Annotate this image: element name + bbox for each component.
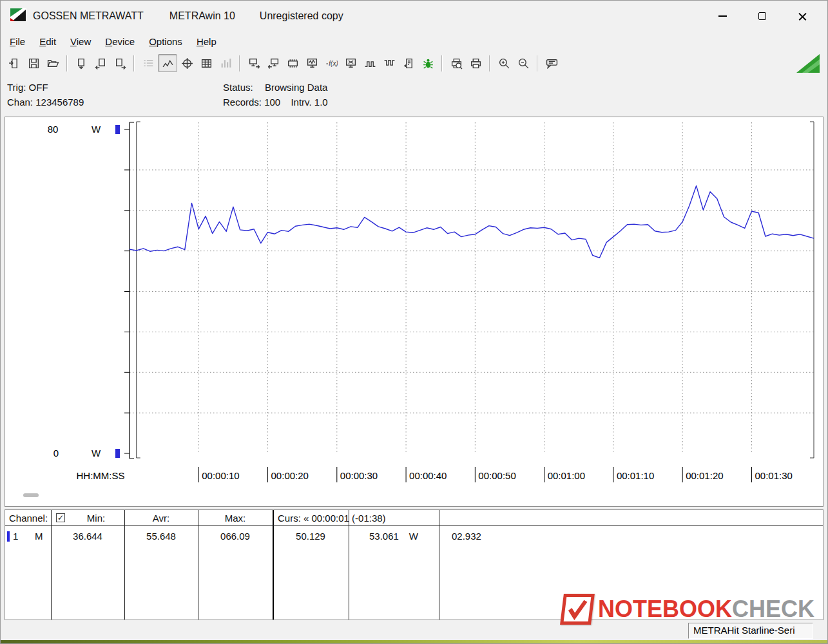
- toolbar-hint-bubble-button[interactable]: [542, 54, 561, 72]
- x-tick-label: 00:00:40: [409, 470, 447, 481]
- toolbar-bar-chart-button[interactable]: [216, 54, 235, 72]
- toolbar-device-memory-button[interactable]: [283, 54, 302, 72]
- toolbar-export-device-button[interactable]: [110, 54, 130, 72]
- toolbar-import-device-button[interactable]: [91, 54, 110, 72]
- toolbar-scope-view-button[interactable]: [177, 54, 197, 72]
- toolbar-device-events-button[interactable]: [399, 54, 418, 72]
- menu-help[interactable]: Help: [189, 33, 224, 50]
- channel-list: Chan: 123456789: [7, 95, 84, 109]
- toolbar-debug-bug-button[interactable]: [418, 54, 438, 72]
- print-icon: [470, 57, 482, 70]
- toolbar-folder-open-button[interactable]: [43, 54, 63, 72]
- values-list-icon: [142, 57, 155, 70]
- scope-view-icon: [181, 57, 193, 70]
- license-status: Unregistered copy: [260, 10, 343, 22]
- cell-min-value: 36.644: [51, 531, 124, 542]
- maximize-button[interactable]: [742, 1, 782, 32]
- table-divider: [51, 510, 52, 620]
- chart-horizontal-scrollbar-thumb[interactable]: [23, 493, 39, 497]
- toolbar-signal-upper-button[interactable]: [380, 54, 399, 72]
- cell-cursor-left-value: 50.129: [273, 531, 349, 542]
- toolbar-table-view-button[interactable]: [197, 54, 216, 72]
- toolbar-zoom-in-button[interactable]: [494, 54, 514, 72]
- toolbar-file-save-button[interactable]: [24, 54, 43, 72]
- menu-options[interactable]: Options: [142, 33, 189, 50]
- cell-cursor-unit: W: [409, 531, 418, 542]
- import-device-icon: [95, 57, 107, 70]
- notebookcheck-watermark: NOTEBOOKCHECK: [562, 594, 814, 625]
- toolbar-line-chart-button[interactable]: [158, 54, 177, 72]
- channel-checkbox[interactable]: ✓: [56, 513, 65, 522]
- cell-channel-number: 1: [13, 531, 18, 542]
- toolbar-monitor-offline-button[interactable]: [341, 54, 360, 72]
- toolbar-function-fx-button[interactable]: f(x): [322, 54, 341, 72]
- power-chart: 80W0WHH:MM:SS00:00:1000:00:2000:00:3000:…: [5, 117, 823, 506]
- monitor-live-icon: [306, 57, 318, 70]
- status-records-info: Status: Browsing Data Records: 100 Intrv…: [223, 80, 328, 109]
- x-axis-format-label: HH:MM:SS: [77, 470, 125, 481]
- x-tick-label: 00:01:20: [686, 470, 723, 481]
- table-header-underline: [5, 526, 823, 526]
- toolbar-export-data-button[interactable]: [72, 54, 91, 72]
- pc-to-device-icon: [248, 57, 260, 70]
- toolbar-values-list-button[interactable]: [139, 54, 158, 72]
- toolbar-print-button[interactable]: [466, 54, 485, 72]
- x-tick-label: 00:01:00: [548, 470, 585, 481]
- table-divider: [349, 510, 349, 620]
- close-button[interactable]: [782, 1, 822, 32]
- status-value: Browsing Data: [265, 82, 328, 93]
- toolbar-pc-to-device-button[interactable]: [244, 54, 264, 72]
- y-min-label: 0: [53, 448, 59, 459]
- export-device-icon: [114, 57, 126, 70]
- toolbar-device-to-pc-button[interactable]: [264, 54, 283, 72]
- minimize-icon: [718, 15, 727, 17]
- power-chart-panel: 80W0WHH:MM:SS00:00:1000:00:2000:00:3000:…: [5, 117, 823, 507]
- menu-edit[interactable]: Edit: [32, 33, 63, 50]
- folder-open-icon: [47, 57, 59, 70]
- power-series-line: [130, 185, 814, 258]
- app-name: GOSSEN METRAWATT: [33, 10, 144, 22]
- menu-file[interactable]: File: [3, 33, 32, 50]
- export-data-icon: [75, 57, 88, 70]
- toolbar-file-new-button[interactable]: [5, 54, 24, 72]
- records-count: Records: 100: [223, 97, 280, 108]
- y-axis-handle-bottom[interactable]: [115, 449, 120, 458]
- toolbar: f(x): [1, 51, 827, 75]
- toolbar-separator: [133, 55, 135, 71]
- trigger-status: Trig: OFF: [7, 80, 84, 95]
- toolbar-separator: [489, 55, 490, 71]
- device-name-field: METRAHit Starline-Seri: [688, 623, 813, 639]
- toolbar-signal-lower-button[interactable]: [360, 54, 380, 72]
- interval-value: Intrv. 1.0: [291, 97, 327, 108]
- zoom-in-icon: [498, 57, 510, 70]
- table-view-icon: [200, 57, 213, 70]
- device-events-icon: [403, 57, 415, 70]
- y-axis-handle-top[interactable]: [115, 125, 120, 134]
- y-max-label: 80: [48, 124, 59, 135]
- menu-device[interactable]: Device: [98, 33, 142, 50]
- y-unit-label-top: W: [91, 124, 101, 135]
- toolbar-print-preview-button[interactable]: [447, 54, 466, 72]
- notebookcheck-check-icon: [560, 594, 595, 625]
- menu-view[interactable]: View: [63, 33, 98, 50]
- function-fx-icon: f(x): [325, 57, 338, 70]
- debug-bug-icon: [422, 57, 434, 70]
- maximize-icon: [758, 12, 766, 20]
- watermark-text-notebook: NOTEBOOK: [598, 596, 732, 622]
- product-name: METRAwin 10: [169, 10, 235, 22]
- menubar: File Edit View Device Options Help: [1, 32, 827, 51]
- x-tick-label: 00:00:10: [202, 470, 239, 481]
- watermark-text-check: CHECK: [732, 596, 814, 622]
- col-header-channel: Channel:: [9, 513, 48, 524]
- signal-upper-icon: [383, 57, 396, 70]
- toolbar-zoom-out-button[interactable]: [514, 54, 533, 72]
- toolbar-monitor-live-button[interactable]: [302, 54, 322, 72]
- file-save-icon: [28, 57, 40, 70]
- y-unit-label-bottom: W: [91, 448, 101, 459]
- cell-channel-mode: M: [35, 531, 43, 542]
- toolbar-separator: [537, 55, 538, 71]
- device-memory-icon: [287, 57, 299, 70]
- cell-max-value: 066.09: [198, 531, 273, 542]
- minimize-button[interactable]: [702, 1, 742, 32]
- desktop-background-strip: [1, 640, 827, 643]
